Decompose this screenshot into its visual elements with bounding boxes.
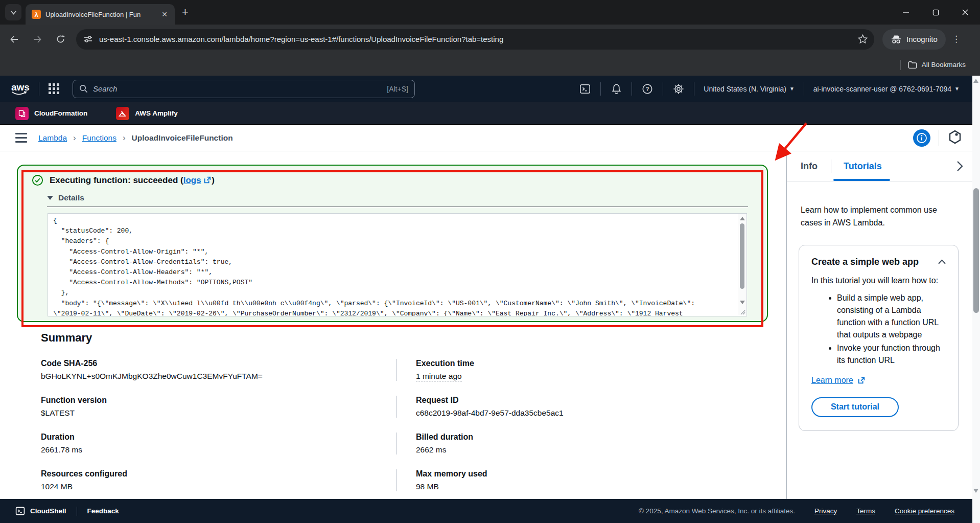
- scroll-down-arrow-icon[interactable]: [973, 489, 978, 493]
- bell-icon: [611, 83, 622, 95]
- window-close-button[interactable]: [950, 0, 980, 25]
- help-button[interactable]: ?: [641, 83, 654, 95]
- separator: [939, 130, 939, 146]
- page-scrollbar[interactable]: [972, 76, 980, 523]
- browser-tab[interactable]: λ UploadInvoiceFileFunction | Fun ✕: [26, 4, 175, 25]
- field-label: Function version: [41, 396, 396, 405]
- summary-row: Resources configured1024 MB Max memory u…: [41, 469, 756, 491]
- url-text[interactable]: us-east-1.console.aws.amazon.com/lambda/…: [99, 35, 857, 43]
- amazon-q-button[interactable]: [947, 129, 963, 147]
- scroll-up-arrow-icon[interactable]: [973, 79, 978, 83]
- account-label: ai-invoice-scanner-user @ 6762-0691-7094: [813, 85, 951, 93]
- screen: λ UploadInvoiceFileFunction | Fun ✕ +: [0, 0, 980, 523]
- tab-close-icon[interactable]: ✕: [159, 10, 170, 18]
- nav-separator: [600, 82, 601, 96]
- reload-icon: [56, 34, 65, 44]
- account-menu[interactable]: ai-invoice-scanner-user @ 6762-0691-7094…: [813, 85, 960, 93]
- logs-link[interactable]: logs: [183, 175, 201, 185]
- learn-more-link[interactable]: Learn more: [811, 376, 853, 385]
- chevron-right-icon: ›: [123, 133, 126, 143]
- field-value[interactable]: 1 minute ago: [416, 372, 462, 381]
- cloudshell-label: CloudShell: [30, 507, 66, 515]
- region-selector[interactable]: United States (N. Virginia) ▼: [704, 85, 795, 93]
- privacy-link[interactable]: Privacy: [814, 507, 837, 515]
- code-line: "statusCode": 200,: [53, 226, 737, 236]
- footer-cloudshell-button[interactable]: CloudShell: [15, 506, 66, 516]
- cookie-preferences-link[interactable]: Cookie preferences: [895, 507, 954, 515]
- field-value: 98 MB: [416, 482, 487, 491]
- nav-separator: [694, 82, 694, 96]
- help-panel: Info Tutorials Learn how to implement co…: [786, 151, 972, 499]
- address-bar[interactable]: us-east-1.console.aws.amazon.com/lambda/…: [76, 29, 874, 50]
- code-line: {: [53, 216, 737, 226]
- services-grid-icon[interactable]: [49, 83, 59, 94]
- external-link-icon: [203, 176, 212, 184]
- terms-link[interactable]: Terms: [856, 507, 875, 515]
- details-toggle[interactable]: Details: [47, 193, 84, 202]
- breadcrumb-functions[interactable]: Functions: [82, 133, 116, 143]
- svg-text:?: ?: [646, 86, 649, 92]
- code-line: },: [53, 288, 737, 298]
- scrollbar-thumb[interactable]: [973, 188, 979, 313]
- chevron-down-icon: ▼: [954, 86, 960, 92]
- breadcrumb: Lambda › Functions › UploadInvoiceFileFu…: [38, 133, 233, 143]
- main-content: Executing function: succeeded (logs ) De…: [0, 151, 786, 499]
- search-shortcut: [Alt+S]: [387, 85, 408, 93]
- field-label: Code SHA-256: [41, 359, 396, 368]
- incognito-label: Incognito: [906, 35, 938, 43]
- tab-search-button[interactable]: [5, 4, 21, 20]
- help-icon: ?: [642, 83, 653, 95]
- window-minimize-button[interactable]: [891, 0, 921, 25]
- window-controls: [891, 0, 980, 25]
- tab-divider: [831, 160, 831, 173]
- tab-info[interactable]: Info: [787, 151, 831, 181]
- forward-button[interactable]: [29, 31, 46, 48]
- start-tutorial-button[interactable]: Start tutorial: [811, 397, 899, 417]
- tutorial-bullet: Build a simple web app, consisting of a …: [837, 292, 943, 341]
- back-arrow-icon: [9, 34, 19, 44]
- help-panel-tabs: Info Tutorials: [787, 151, 972, 181]
- code-line: "Access-Control-Allow-Origin": "*",: [53, 247, 737, 257]
- notifications-button[interactable]: [610, 83, 622, 95]
- tab-tutorials[interactable]: Tutorials: [832, 151, 891, 181]
- site-settings-icon[interactable]: [83, 34, 93, 44]
- banner-header: Executing function: succeeded (logs ): [32, 174, 215, 186]
- summary-section: Summary Code SHA-256bGHoLKYNL+s0OmKJMbgK…: [41, 331, 756, 499]
- execution-result-code[interactable]: { "statusCode": 200, "headers": { "Acces…: [48, 213, 747, 316]
- favorite-cloudformation[interactable]: CloudFormation: [15, 107, 87, 120]
- window-maximize-button[interactable]: [921, 0, 950, 25]
- summary-row: Code SHA-256bGHoLKYNL+s0OmKJMbgKO3Zhe0wC…: [41, 359, 756, 381]
- back-button[interactable]: [6, 31, 23, 48]
- footer-feedback-button[interactable]: Feedback: [87, 507, 119, 515]
- browser-menu-button[interactable]: ⋮: [952, 34, 961, 44]
- cloudshell-nav-button[interactable]: [579, 83, 591, 95]
- scrollbar-thumb[interactable]: [740, 223, 744, 289]
- tutorial-card-title: Create a simple web app: [811, 257, 919, 267]
- resize-grip-icon[interactable]: [739, 309, 745, 315]
- bookmark-star-icon[interactable]: [857, 34, 868, 44]
- all-bookmarks-button[interactable]: All Bookmarks: [908, 61, 966, 69]
- chevron-down-icon: [10, 9, 17, 16]
- scroll-down-arrow-icon[interactable]: [740, 301, 745, 304]
- aws-logo[interactable]: aws: [11, 82, 30, 95]
- scroll-up-arrow-icon[interactable]: [740, 217, 745, 220]
- breadcrumb-lambda[interactable]: Lambda: [38, 133, 67, 143]
- details-divider: [47, 207, 748, 207]
- gear-icon: [673, 83, 684, 95]
- info-toggle-button[interactable]: [913, 129, 930, 147]
- side-menu-button[interactable]: [15, 133, 27, 143]
- search-icon: [79, 84, 88, 93]
- reload-button[interactable]: [52, 31, 69, 48]
- panel-collapse-button[interactable]: [956, 161, 963, 174]
- code-scrollbar[interactable]: [738, 214, 746, 315]
- new-tab-button[interactable]: +: [182, 6, 189, 19]
- cloudshell-icon: [579, 83, 591, 95]
- aws-search-box[interactable]: Search [Alt+S]: [73, 80, 415, 98]
- code-line: "Access-Control-Allow-Headers": "*",: [53, 267, 737, 278]
- favorite-amplify[interactable]: AWS Amplify: [116, 107, 178, 120]
- browser-tab-bar: λ UploadInvoiceFileFunction | Fun ✕ +: [0, 0, 980, 25]
- field-label: Resources configured: [41, 469, 396, 479]
- close-icon: [962, 9, 969, 16]
- settings-button[interactable]: [672, 83, 685, 95]
- chevron-up-icon[interactable]: [938, 259, 946, 264]
